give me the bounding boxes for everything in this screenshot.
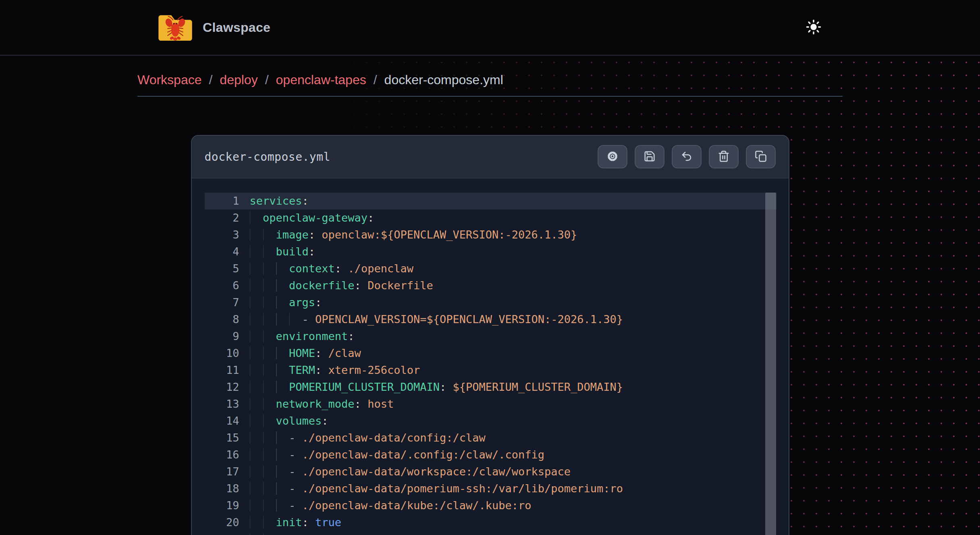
code-editor[interactable]: 1services:2 openclaw-gateway:3 image: op… <box>192 178 789 535</box>
line-number: 20 <box>205 514 250 531</box>
copy-button[interactable] <box>746 145 776 168</box>
code-text: - ./openclaw-data/config:/claw <box>250 429 486 446</box>
code-lines: 1services:2 openclaw-gateway:3 image: op… <box>205 193 777 535</box>
code-text: image: openclaw:${OPENCLAW_VERSION:-2026… <box>250 226 577 243</box>
undo-button[interactable] <box>672 145 702 168</box>
settings-button[interactable] <box>598 145 627 168</box>
code-text: HOME: /claw <box>250 345 361 362</box>
undo-icon <box>681 150 693 164</box>
line-number: 1 <box>205 193 250 209</box>
breadcrumb-item-workspace[interactable]: Workspace <box>137 70 201 89</box>
code-line[interactable]: 12 POMERIUM_CLUSTER_DOMAIN: ${POMERIUM_C… <box>205 379 777 396</box>
code-text: services: <box>250 193 309 209</box>
file-title: docker-compose.yml <box>205 150 330 164</box>
line-number: 13 <box>205 396 250 413</box>
code-line[interactable]: 17 - ./openclaw-data/workspace:/claw/wor… <box>205 463 777 480</box>
code-text: dockerfile: Dockerfile <box>250 277 433 294</box>
save-icon <box>644 150 656 164</box>
line-number: 21 <box>205 531 250 535</box>
line-number: 2 <box>205 209 250 226</box>
code-line[interactable]: 9 environment: <box>205 328 777 345</box>
delete-button[interactable] <box>709 145 739 168</box>
line-number: 8 <box>205 311 250 328</box>
code-text: - ./openclaw-data/pomerium-ssh:/var/lib/… <box>250 480 623 497</box>
line-number: 14 <box>205 413 250 429</box>
code-text: TERM: xterm-256color <box>250 362 420 379</box>
app-logo[interactable]: Clawspace <box>157 13 270 42</box>
save-button[interactable] <box>635 145 664 168</box>
code-text: network_mode: host <box>250 396 394 413</box>
line-number: 7 <box>205 294 250 311</box>
code-line[interactable]: 10 HOME: /claw <box>205 345 777 362</box>
line-number: 3 <box>205 226 250 243</box>
line-number: 18 <box>205 480 250 497</box>
sun-icon <box>805 19 822 37</box>
code-line[interactable]: 1services: <box>205 193 777 209</box>
code-line[interactable]: 6 dockerfile: Dockerfile <box>205 277 777 294</box>
line-number: 11 <box>205 362 250 379</box>
code-line[interactable]: 21 restart: unless-stopped <box>205 531 777 535</box>
code-line[interactable]: 15 - ./openclaw-data/config:/claw <box>205 429 777 446</box>
code-line[interactable]: 8 - OPENCLAW_VERSION=${OPENCLAW_VERSION:… <box>205 311 777 328</box>
line-number: 15 <box>205 429 250 446</box>
code-line[interactable]: 2 openclaw-gateway: <box>205 209 777 226</box>
code-text: context: ./openclaw <box>250 260 413 277</box>
line-number: 17 <box>205 463 250 480</box>
code-line[interactable]: 11 TERM: xterm-256color <box>205 362 777 379</box>
file-card: docker-compose.yml <box>191 135 789 535</box>
line-number: 12 <box>205 379 250 396</box>
breadcrumb-divider <box>137 96 843 97</box>
line-number: 6 <box>205 277 250 294</box>
code-line[interactable]: 13 network_mode: host <box>205 396 777 413</box>
code-line[interactable]: 3 image: openclaw:${OPENCLAW_VERSION:-20… <box>205 226 777 243</box>
line-number: 19 <box>205 497 250 514</box>
code-text: POMERIUM_CLUSTER_DOMAIN: ${POMERIUM_CLUS… <box>250 379 623 396</box>
theme-toggle-button[interactable] <box>804 18 823 37</box>
file-card-header: docker-compose.yml <box>192 136 789 178</box>
code-line[interactable]: 18 - ./openclaw-data/pomerium-ssh:/var/l… <box>205 480 777 497</box>
line-number: 9 <box>205 328 250 345</box>
breadcrumb-item-openclaw-tapes[interactable]: openclaw-tapes <box>276 70 366 89</box>
lobster-folder-icon <box>157 13 194 42</box>
breadcrumb-separator: / <box>374 70 377 89</box>
breadcrumb-item-deploy[interactable]: deploy <box>220 70 257 89</box>
code-text: - OPENCLAW_VERSION=${OPENCLAW_VERSION:-2… <box>250 311 623 328</box>
code-text: - ./openclaw-data/.config:/claw/.config <box>250 446 545 463</box>
breadcrumb-separator: / <box>209 70 212 89</box>
trash-icon <box>718 150 730 164</box>
code-line[interactable]: 20 init: true <box>205 514 777 531</box>
code-line[interactable]: 5 context: ./openclaw <box>205 260 777 277</box>
code-text: openclaw-gateway: <box>250 209 374 226</box>
code-text: volumes: <box>250 413 328 429</box>
code-line[interactable]: 16 - ./openclaw-data/.config:/claw/.conf… <box>205 446 777 463</box>
line-number: 4 <box>205 243 250 260</box>
code-text: build: <box>250 243 316 260</box>
copy-icon <box>755 150 767 164</box>
code-text: init: true <box>250 514 342 531</box>
code-text: args: <box>250 294 322 311</box>
app-header: Clawspace <box>0 0 980 56</box>
line-number: 5 <box>205 260 250 277</box>
file-toolbar <box>598 145 776 168</box>
code-line[interactable]: 4 build: <box>205 243 777 260</box>
code-text: - ./openclaw-data/workspace:/claw/worksp… <box>250 463 571 480</box>
gear-icon <box>606 150 619 164</box>
code-line[interactable]: 19 - ./openclaw-data/kube:/claw/.kube:ro <box>205 497 777 514</box>
code-text: - ./openclaw-data/kube:/claw/.kube:ro <box>250 497 532 514</box>
app-title: Clawspace <box>203 20 270 35</box>
code-text: environment: <box>250 328 355 345</box>
breadcrumb-separator: / <box>265 70 269 89</box>
breadcrumb: Workspace / deploy / openclaw-tapes / do… <box>137 70 843 89</box>
line-number: 10 <box>205 345 250 362</box>
code-text: restart: unless-stopped <box>250 531 427 535</box>
editor-scrollbar[interactable] <box>765 193 776 535</box>
breadcrumb-item-current-file: docker-compose.yml <box>384 70 503 89</box>
line-number: 16 <box>205 446 250 463</box>
code-line[interactable]: 14 volumes: <box>205 413 777 429</box>
code-line[interactable]: 7 args: <box>205 294 777 311</box>
